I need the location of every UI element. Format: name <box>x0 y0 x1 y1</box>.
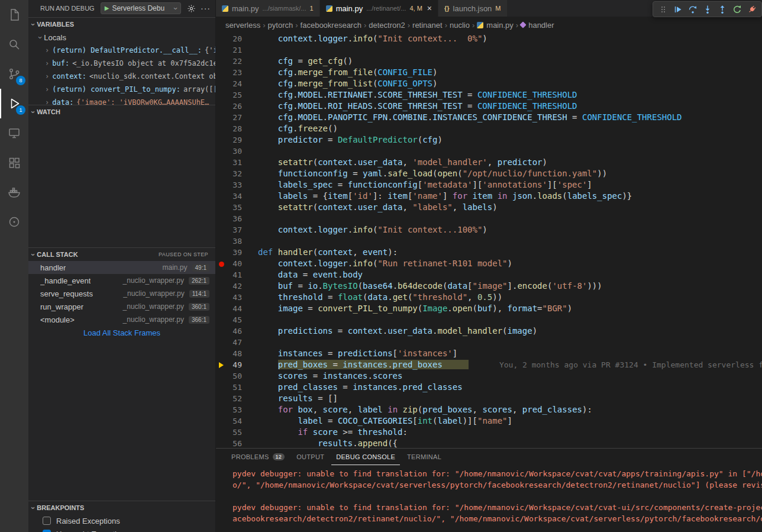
console-line[interactable]: pydev debugger: unable to find translati… <box>233 502 762 513</box>
code-line[interactable]: 29 predictor = DefaultPredictor(cfg) <box>216 134 762 146</box>
code-line[interactable]: 25 cfg.MODEL.RETINANET.SCORE_THRESH_TEST… <box>216 89 762 101</box>
watch-section-header[interactable]: › WATCH <box>28 105 215 118</box>
close-icon[interactable]: × <box>427 4 432 13</box>
stack-frame[interactable]: handlermain.py49:1 <box>28 261 215 274</box>
restart-button[interactable] <box>729 2 744 16</box>
code-line[interactable]: 50 scores = instances.scores <box>216 370 762 382</box>
call-stack-section-header[interactable]: › CALL STACK PAUSED ON STEP <box>28 248 215 261</box>
activity-status-circle[interactable] <box>0 207 28 237</box>
code-line[interactable]: 41 data = event.body <box>216 269 762 280</box>
breakpoints-section-header[interactable]: › BREAKPOINTS <box>28 501 215 514</box>
debug-config-dropdown[interactable]: ▶ Serverless Debu › <box>101 2 181 14</box>
breadcrumb-item-facebookresearch[interactable]: facebookresearch <box>301 21 361 30</box>
code-line[interactable]: 32 functionconfig = yaml.safe_load(open(… <box>216 168 762 179</box>
panel-tab-problems[interactable]: PROBLEMS12 <box>227 449 289 465</box>
variable-row[interactable]: ›(return) DefaultPredictor.__call__:{'in… <box>28 44 215 57</box>
breadcrumb-item-serverless[interactable]: serverless <box>225 21 260 30</box>
line-number: 36 <box>227 213 242 224</box>
activity-extensions[interactable] <box>0 148 28 178</box>
code-line[interactable]: 40 context.logger.info("Run retinanet-R1… <box>216 258 762 269</box>
tab-main.py[interactable]: main.py.../retinanet/...4, M× <box>320 0 438 17</box>
more-actions-icon[interactable]: ··· <box>201 4 211 13</box>
disconnect-button[interactable] <box>744 2 759 16</box>
start-debug-icon[interactable]: ▶ <box>105 5 109 11</box>
breadcrumb-item-main-py[interactable]: main.py <box>477 21 514 30</box>
continue-button[interactable] <box>670 2 685 16</box>
code-line[interactable]: 31 setattr(context.user_data, 'model_han… <box>216 157 762 168</box>
code-line[interactable]: 36 <box>216 213 762 224</box>
activity-docker[interactable] <box>0 178 28 207</box>
code-line[interactable]: 43 threshold = float(data.get("threshold… <box>216 292 762 303</box>
breadcrumb-item-detectron2[interactable]: detectron2 <box>369 21 405 30</box>
breadcrumb-item-nuclio[interactable]: nuclio <box>450 21 470 30</box>
panel-tab-debug-console[interactable]: DEBUG CONSOLE <box>331 449 400 465</box>
code-line[interactable]: 49 pred_boxes = instances.pred_boxesYou,… <box>216 359 762 370</box>
code-line[interactable]: 44 image = convert_PIL_to_numpy(Image.op… <box>216 303 762 314</box>
code-line[interactable]: 21 <box>216 44 762 56</box>
code-line[interactable]: 20 context.logger.info("Init context... … <box>216 33 762 44</box>
activity-explorer[interactable] <box>0 0 28 30</box>
stack-frame[interactable]: _handle_event_nuclio_wrapper.py262:1 <box>28 274 215 287</box>
breadcrumb-item-pytorch[interactable]: pytorch <box>268 21 293 30</box>
code-line[interactable]: 42 buf = io.BytesIO(base64.b64decode(dat… <box>216 280 762 292</box>
breakpoint-row[interactable]: Raised Exceptions <box>28 514 215 527</box>
gear-icon[interactable] <box>187 4 196 13</box>
code-line[interactable]: 35 setattr(context.user_data, "labels", … <box>216 202 762 213</box>
load-all-stack-frames-link[interactable]: Load All Stack Frames <box>28 326 215 339</box>
code-line[interactable]: 37 context.logger.info("Init context...1… <box>216 224 762 236</box>
activity-source-control[interactable]: 8 <box>0 59 28 89</box>
code-line[interactable]: 27 cfg.MODEL.PANOPTIC_FPN.COMBINE.INSTAN… <box>216 112 762 123</box>
code-line[interactable]: 39def handler(context, event): <box>216 247 762 258</box>
code-line[interactable]: 47 <box>216 337 762 348</box>
activity-remote-explorer[interactable] <box>0 118 28 148</box>
panel-tab-terminal[interactable]: TERMINAL <box>402 449 446 465</box>
tab-launch.json[interactable]: {}launch.jsonM <box>438 0 508 17</box>
code-line[interactable]: 26 cfg.MODEL.ROI_HEADS.SCORE_THRESH_TEST… <box>216 101 762 112</box>
code-line[interactable]: 22 cfg = get_cfg() <box>216 56 762 67</box>
drag-handle-button[interactable] <box>656 2 670 16</box>
variable-row[interactable]: ›(return) convert_PIL_to_numpy:array([[[… <box>28 83 215 96</box>
tab-main.py[interactable]: main.py.../siammask/...1 <box>216 0 320 17</box>
variables-section-header[interactable]: › VARIABLES <box>28 18 215 31</box>
code-line[interactable]: 46 predictions = context.user_data.model… <box>216 325 762 337</box>
console-line[interactable]: pydev debugger: unable to find translati… <box>233 468 762 479</box>
locals-scope[interactable]: › Locals <box>28 31 215 44</box>
code-line[interactable]: 48 instances = predictions['instances'] <box>216 348 762 359</box>
code-line[interactable]: 52 results = [] <box>216 393 762 404</box>
breakpoint-icon[interactable] <box>216 258 227 269</box>
code-line[interactable]: 56 results.append({ <box>216 438 762 448</box>
variable-row[interactable]: ›context:<nuclio_sdk.context.Context obj… <box>28 70 215 83</box>
stack-frame[interactable]: run_wrapper_nuclio_wrapper.py360:1 <box>28 300 215 313</box>
variable-row[interactable]: ›data:{'image': 'iVBORw0KG…AAAANSUhE… <box>28 96 215 105</box>
code-line[interactable]: 51 pred_classes = instances.pred_classes <box>216 382 762 393</box>
code-line[interactable]: 53 for box, score, label in zip(pred_box… <box>216 404 762 415</box>
activity-search[interactable] <box>0 30 28 59</box>
code-line[interactable]: 38 <box>216 236 762 247</box>
variable-row[interactable]: ›buf:<_io.BytesIO object at 0x7f5a2dc1ec… <box>28 57 215 70</box>
step-over-button[interactable] <box>685 2 700 16</box>
code-line[interactable]: 55 if score >= threshold: <box>216 427 762 438</box>
panel-tab-output[interactable]: OUTPUT <box>292 449 329 465</box>
code-line[interactable]: 28 cfg.freeze() <box>216 123 762 134</box>
unchecked-checkbox[interactable] <box>43 517 51 525</box>
console-line[interactable]: acebookresearch/detectron2/retinanet/nuc… <box>233 513 762 524</box>
code-line[interactable]: 30 <box>216 146 762 157</box>
code-line[interactable]: 24 cfg.merge_from_list(CONFIG_OPTS) <box>216 78 762 89</box>
current-line-arrow-icon <box>216 359 227 370</box>
step-out-button[interactable] <box>715 2 729 16</box>
breadcrumb-item-handler[interactable]: handler <box>521 21 554 30</box>
step-into-button[interactable] <box>700 2 715 16</box>
code-editor[interactable]: 20 context.logger.info("Init context... … <box>216 33 762 448</box>
breadcrumb-item-retinanet[interactable]: retinanet <box>412 21 443 30</box>
activity-run-and-debug[interactable]: 1 <box>0 89 28 118</box>
code-line[interactable]: 54 label = COCO_CATEGORIES[int(label)]["… <box>216 415 762 427</box>
code-line[interactable]: 45 <box>216 314 762 325</box>
checked-checkbox[interactable]: ✓ <box>43 530 51 532</box>
code-line[interactable]: 34 labels = {item['id']: item['name'] fo… <box>216 191 762 202</box>
breakpoint-row[interactable]: ✓Uncaught Exceptions <box>28 527 215 532</box>
console-line[interactable]: o/", "/home/nmanovic/Workspace/cvat/serv… <box>233 479 762 491</box>
stack-frame[interactable]: serve_requests_nuclio_wrapper.py114:1 <box>28 287 215 300</box>
code-line[interactable]: 33 labels_spec = functionconfig['metadat… <box>216 179 762 191</box>
stack-frame[interactable]: <module>_nuclio_wrapper.py366:1 <box>28 313 215 326</box>
code-line[interactable]: 23 cfg.merge_from_file(CONFIG_FILE) <box>216 67 762 78</box>
